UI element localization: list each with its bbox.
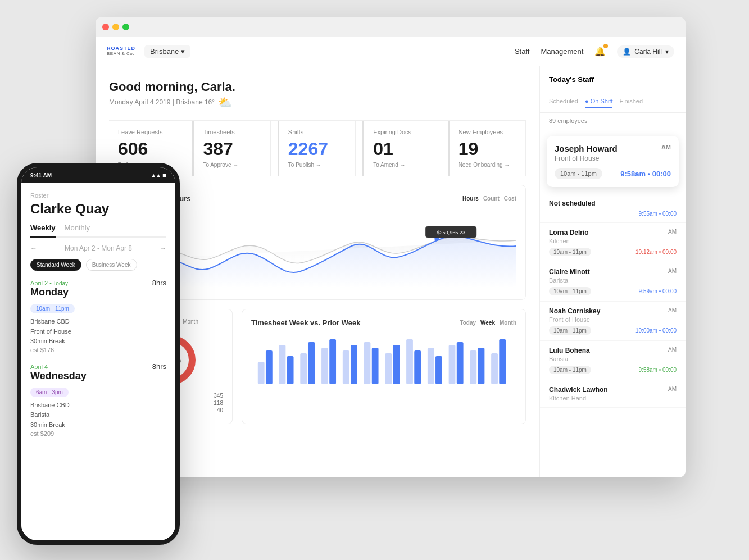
user-name: Carla Hill bbox=[634, 48, 662, 56]
employee-item: Claire Minott Barista AM 10am - 11pm 9:5… bbox=[540, 262, 686, 302]
emp-item-header: Chadwick Lawhon Kitchen Hand AM bbox=[549, 386, 677, 402]
svg-rect-19 bbox=[428, 348, 434, 384]
emp-time-pill: 10am - 11pm bbox=[549, 326, 591, 335]
emp-name-role: Noah Corniskey Front of House bbox=[549, 307, 600, 323]
bell-badge bbox=[603, 44, 608, 48]
day-date: April 2 • Today bbox=[30, 280, 69, 286]
staff-tabs: Scheduled ● On Shift Finished bbox=[540, 93, 686, 113]
timesheet-toggle: Today Week Month bbox=[460, 320, 516, 326]
day-info: April 2 • Today Monday bbox=[30, 280, 69, 298]
emp-item-times: 10am - 11pm 10:12am • 00:00 bbox=[549, 248, 677, 256]
filter-standard-week[interactable]: Standard Week bbox=[30, 259, 81, 271]
emp-name-role: Claire Minott Barista bbox=[549, 268, 590, 284]
date-line: Monday April 4 2019 | Brisbane 16° ⛅ bbox=[109, 95, 526, 109]
stat-shifts[interactable]: Shifts 2267 To Publish → bbox=[278, 121, 356, 176]
tab-scheduled[interactable]: Scheduled bbox=[549, 98, 578, 108]
tab-monthly[interactable]: Monthly bbox=[65, 224, 90, 236]
maximize-button[interactable] bbox=[122, 24, 129, 30]
user-icon: 👤 bbox=[623, 48, 631, 56]
phone-time: 9:41 AM bbox=[30, 172, 52, 179]
stat-action: To Approve → bbox=[203, 162, 261, 168]
svg-rect-12 bbox=[351, 345, 357, 384]
next-week-icon[interactable]: → bbox=[160, 244, 166, 252]
chevron-down-icon: ▾ bbox=[181, 47, 185, 56]
tab-finished[interactable]: Finished bbox=[619, 98, 643, 108]
toggle-count[interactable]: Count bbox=[483, 195, 500, 202]
filter-pills: Standard Week Business Week bbox=[30, 259, 166, 271]
emp-name: Lorna Delrio bbox=[549, 229, 589, 236]
emp-shift: AM bbox=[668, 229, 677, 244]
shift-break: 30min Break bbox=[30, 338, 65, 344]
stat-action: To Amend → bbox=[373, 162, 431, 168]
featured-emp-role: Front of House bbox=[555, 154, 618, 162]
traffic-lights bbox=[102, 24, 129, 30]
emp-shift: AM bbox=[668, 268, 677, 284]
svg-rect-13 bbox=[364, 342, 371, 384]
shift-location: Brisbane CBD bbox=[30, 318, 70, 325]
minimize-button[interactable] bbox=[112, 24, 119, 30]
location-selector[interactable]: Brisbane ▾ bbox=[144, 45, 190, 58]
emp-name-role: Chadwick Lawhon Kitchen Hand bbox=[549, 386, 608, 402]
featured-emp-shift-time: 10am - 11pm bbox=[555, 168, 602, 179]
day-date-text: April 4 bbox=[30, 363, 48, 370]
donut-tab-month[interactable]: Month bbox=[183, 318, 198, 325]
emp-role: Barista bbox=[549, 277, 590, 284]
svg-rect-6 bbox=[287, 356, 294, 384]
staff-count: 89 employees bbox=[540, 113, 686, 129]
stat-timesheets[interactable]: Timesheets 387 To Approve → bbox=[192, 121, 270, 176]
staff-header: Today's Staff bbox=[540, 66, 686, 93]
emp-name-role: Lorna Delrio Kitchen bbox=[549, 229, 589, 244]
prev-week-icon[interactable]: ← bbox=[30, 244, 37, 252]
nav-management[interactable]: Management bbox=[541, 47, 583, 56]
featured-emp-info: Joseph Howard Front of House bbox=[555, 144, 618, 162]
employee-list: Not scheduled 9:55am • 00:00 Lorna Delri… bbox=[540, 194, 686, 477]
window-titlebar bbox=[96, 17, 686, 37]
shift-role: Front of House bbox=[30, 328, 71, 335]
close-button[interactable] bbox=[102, 24, 109, 30]
emp-name: Lulu Bohena bbox=[549, 347, 590, 354]
employee-item: Lorna Delrio Kitchen AM 10am - 11pm 10:1… bbox=[540, 223, 686, 262]
toggle-today[interactable]: Today bbox=[460, 320, 476, 326]
emp-item-times: 10am - 11pm 9:59am • 00:00 bbox=[549, 287, 677, 295]
stat-expiring-docs[interactable]: Expiring Docs 01 To Amend → bbox=[362, 121, 441, 176]
emp-clock: 10:00am • 00:00 bbox=[635, 327, 677, 334]
stat-new-employees[interactable]: New Employees 19 Need Onboarding → bbox=[448, 121, 526, 176]
phone-week-nav: ← Mon Apr 2 - Mon Apr 8 → bbox=[30, 244, 166, 252]
emp-time-pill: 10am - 11pm bbox=[549, 366, 591, 374]
week-label: Mon Apr 2 - Mon Apr 8 bbox=[65, 244, 132, 252]
shift-break: 30min Break bbox=[30, 421, 65, 428]
phone-tabs: Weekly Monthly bbox=[30, 224, 166, 238]
day-hours: 8hrs bbox=[152, 279, 166, 287]
featured-emp-name: Joseph Howard bbox=[555, 144, 618, 153]
stat-action: Need Onboarding → bbox=[459, 162, 516, 168]
timesheet-chart-label: Timesheet Week vs. Prior Week bbox=[251, 318, 360, 327]
day-name: Wednesday bbox=[30, 370, 87, 382]
date-text: Monday April 4 2019 | Brisbane 16° bbox=[109, 98, 215, 106]
toggle-week[interactable]: Week bbox=[480, 320, 495, 326]
phone-location: Clarke Quay bbox=[30, 201, 166, 217]
featured-emp-shift-badge: AM bbox=[661, 144, 671, 151]
svg-rect-16 bbox=[393, 345, 400, 384]
tab-weekly[interactable]: Weekly bbox=[30, 224, 56, 238]
emp-role: Kitchen Hand bbox=[549, 395, 608, 402]
featured-emp-time-row: 10am - 11pm 9:58am • 00:00 bbox=[555, 168, 671, 179]
timesheet-chart-card: Timesheet Week vs. Prior Week Today Week… bbox=[242, 309, 526, 424]
bell-icon[interactable]: 🔔 bbox=[594, 46, 606, 57]
stat-label: New Employees bbox=[459, 129, 516, 135]
app-main: Good morning, Carla. Monday April 4 2019… bbox=[96, 66, 686, 477]
shift-time-pill: 10am - 11pm bbox=[30, 304, 75, 313]
filter-business-week[interactable]: Business Week bbox=[86, 259, 137, 271]
svg-rect-26 bbox=[499, 339, 506, 384]
user-pill[interactable]: 👤 Carla Hill ▾ bbox=[617, 45, 674, 58]
svg-rect-7 bbox=[300, 353, 307, 384]
phone-roster-label: Roster bbox=[30, 192, 166, 199]
toggle-hours[interactable]: Hours bbox=[462, 195, 479, 202]
toggle-month[interactable]: Month bbox=[500, 320, 516, 326]
tab-on-shift[interactable]: ● On Shift bbox=[585, 98, 612, 108]
toggle-cost[interactable]: Cost bbox=[504, 195, 516, 202]
labor-tooltip-text: $250,965.23 bbox=[437, 230, 465, 235]
stat-value: 01 bbox=[373, 139, 431, 160]
stat-value: 387 bbox=[203, 139, 261, 160]
nav-staff[interactable]: Staff bbox=[515, 47, 530, 56]
day-header: April 4 Wednesday 8hrs bbox=[30, 362, 166, 382]
